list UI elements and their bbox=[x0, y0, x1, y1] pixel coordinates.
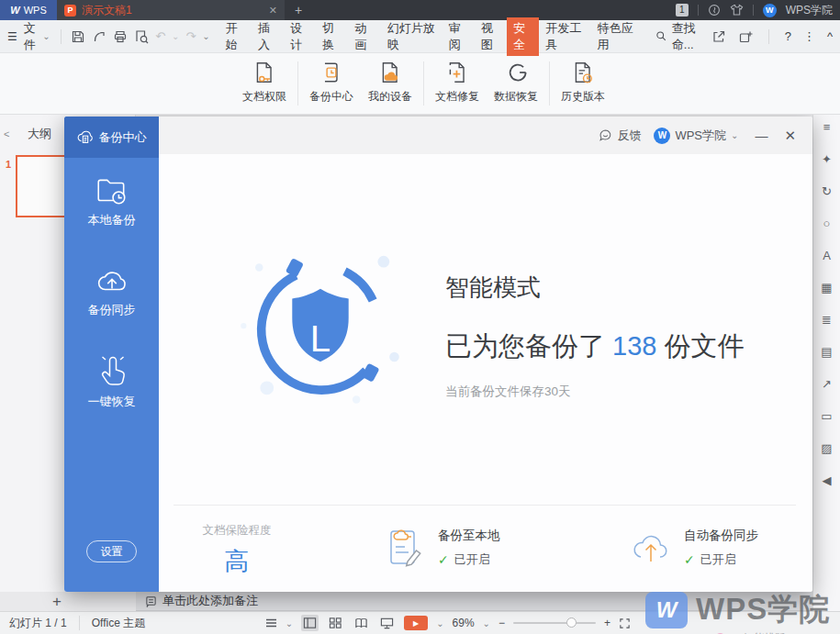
dialog-close-button[interactable]: ✕ bbox=[784, 128, 796, 144]
file-menu[interactable]: 文件 bbox=[24, 20, 36, 53]
tab-home[interactable]: 开始 bbox=[219, 17, 252, 56]
my-devices-button[interactable]: 我的设备 bbox=[361, 53, 420, 105]
layout-icon[interactable]: ▦ bbox=[821, 282, 832, 295]
doc-cloud-icon bbox=[378, 61, 402, 84]
tab-view[interactable]: 视图 bbox=[475, 17, 507, 56]
stat-label: 文档保险程度 bbox=[177, 523, 297, 539]
textbox-icon[interactable]: ▭ bbox=[821, 410, 832, 423]
tab-security[interactable]: 安全 bbox=[507, 17, 539, 56]
export-pdf-icon[interactable] bbox=[92, 29, 106, 44]
tab-devtools[interactable]: 开发工具 bbox=[539, 17, 590, 56]
account-name[interactable]: WPS学院 bbox=[786, 3, 833, 18]
stat-local-backup: 备份至本地 ✓已开启 bbox=[384, 519, 500, 576]
check-icon: ✓ bbox=[684, 552, 695, 567]
image-icon[interactable]: ▨ bbox=[821, 442, 832, 455]
add-slide-button[interactable]: + bbox=[46, 593, 68, 611]
toolbar-more-chevron-icon[interactable]: ⌄ bbox=[202, 31, 209, 41]
wps-home-tab[interactable]: W WPS bbox=[0, 0, 57, 20]
shapes-icon[interactable]: ○ bbox=[823, 217, 831, 230]
zoom-level[interactable]: 69% bbox=[453, 617, 475, 629]
stat-status-text: 已开启 bbox=[454, 551, 490, 568]
tab-close-icon[interactable]: ✕ bbox=[269, 5, 277, 17]
zoom-slider[interactable] bbox=[513, 622, 596, 624]
tab-review[interactable]: 审阅 bbox=[442, 17, 475, 56]
audio-icon[interactable]: ◀ bbox=[823, 474, 832, 487]
backup-center-button[interactable]: 备份中心 bbox=[302, 53, 361, 105]
sidebar-item-backup-sync[interactable]: 备份同步 bbox=[64, 263, 159, 318]
settings-button[interactable]: 设置 bbox=[86, 540, 137, 562]
sidebar-item-label: 一键恢复 bbox=[64, 394, 159, 410]
play-options-chevron-icon[interactable]: ⌄ bbox=[436, 618, 443, 628]
backup-summary: 已为您备份了 138 份文件 bbox=[445, 328, 745, 365]
tab-insert[interactable]: 插入 bbox=[252, 17, 284, 56]
outline-tab[interactable]: 大纲 bbox=[28, 126, 51, 142]
sidebar-item-one-click-restore[interactable]: 一键恢复 bbox=[64, 351, 159, 410]
theme-name-button[interactable]: Office 主题 bbox=[92, 616, 145, 631]
share-icon[interactable] bbox=[711, 29, 726, 44]
sidebar-item-label: 本地备份 bbox=[64, 212, 159, 228]
sidebar-item-local-backup[interactable]: 本地备份 bbox=[64, 173, 159, 228]
wps-academy-watermark: W WPS学院 AI-智能排版 bbox=[645, 589, 830, 634]
account-avatar[interactable]: W bbox=[763, 4, 777, 17]
presenter-view-button[interactable] bbox=[378, 615, 396, 631]
reading-view-button[interactable] bbox=[353, 615, 370, 631]
print-icon[interactable] bbox=[113, 29, 128, 44]
panel-collapse-icon[interactable]: < bbox=[4, 128, 9, 139]
titlebar-right: 1 W WPS学院 bbox=[676, 0, 840, 20]
skin-theme-icon[interactable] bbox=[730, 4, 744, 17]
chart-icon[interactable]: ▤ bbox=[821, 346, 832, 359]
fit-screen-icon[interactable] bbox=[619, 617, 631, 629]
undo-icon[interactable]: ↶ bbox=[155, 29, 165, 43]
ribbon-button-label: 我的设备 bbox=[368, 89, 412, 105]
sidebar-item-label: 备份同步 bbox=[64, 302, 159, 318]
feedback-button[interactable]: 反馈 bbox=[599, 128, 641, 144]
help-button[interactable]: ? bbox=[785, 29, 791, 43]
dialog-account[interactable]: W WPS学院 ⌄ bbox=[654, 128, 738, 144]
zoom-slider-knob[interactable] bbox=[566, 617, 577, 628]
tab-design[interactable]: 设计 bbox=[284, 17, 316, 56]
save-icon[interactable] bbox=[71, 29, 85, 44]
restore-arrow-icon bbox=[504, 61, 528, 84]
tab-animation[interactable]: 动画 bbox=[349, 17, 381, 56]
notes-toggle-icon[interactable] bbox=[265, 618, 277, 628]
collapse-ribbon-icon[interactable]: ^ bbox=[827, 29, 833, 43]
slideshow-play-button[interactable]: ▶ bbox=[404, 616, 428, 630]
zoom-in-button[interactable]: + bbox=[604, 617, 610, 629]
zoom-chevron-icon[interactable]: ⌄ bbox=[483, 618, 490, 628]
share-panel-icon[interactable]: ↗ bbox=[822, 378, 832, 391]
command-search[interactable]: 查找命... bbox=[655, 20, 711, 53]
effects-icon[interactable]: ✦ bbox=[822, 153, 832, 166]
redo-icon[interactable]: ↷ bbox=[185, 29, 196, 43]
account-chevron-icon[interactable]: ⌄ bbox=[731, 130, 738, 140]
new-window-icon[interactable] bbox=[738, 29, 753, 44]
wordart-icon[interactable]: A bbox=[823, 250, 831, 262]
doc-permission-button[interactable]: 文档权限 bbox=[235, 53, 294, 105]
cloud-upload-icon bbox=[95, 263, 129, 298]
file-menu-chevron-icon[interactable]: ⌄ bbox=[42, 31, 50, 41]
undo-chevron-icon[interactable]: ⌄ bbox=[172, 31, 179, 41]
history-version-button[interactable]: 历史版本 bbox=[554, 53, 612, 105]
doc-repair-button[interactable]: 文档修复 bbox=[428, 53, 487, 105]
zoom-out-button[interactable]: − bbox=[498, 617, 505, 629]
normal-view-button[interactable] bbox=[301, 615, 319, 631]
animation-icon[interactable]: ↻ bbox=[822, 185, 832, 198]
print-preview-icon[interactable] bbox=[134, 29, 149, 44]
dialog-minimize-button[interactable]: — bbox=[755, 128, 767, 143]
ribbon-button-label: 历史版本 bbox=[561, 89, 605, 105]
properties-icon[interactable]: ≣ bbox=[822, 314, 832, 327]
tab-slideshow[interactable]: 幻灯片放映 bbox=[381, 17, 442, 56]
tab-special-features[interactable]: 特色应用 bbox=[591, 17, 643, 56]
divider bbox=[61, 29, 62, 44]
backup-count: 138 bbox=[612, 331, 656, 361]
ribbon-button-label: 数据恢复 bbox=[494, 89, 538, 105]
titlebar-divider bbox=[698, 5, 699, 16]
data-recovery-button[interactable]: 数据恢复 bbox=[487, 53, 545, 105]
notes-toggle-chevron-icon[interactable]: ⌄ bbox=[286, 618, 293, 628]
stamp-icon[interactable] bbox=[708, 4, 721, 17]
hamburger-menu-icon[interactable]: ☰ bbox=[7, 30, 17, 43]
tab-transition[interactable]: 切换 bbox=[316, 17, 348, 56]
divider bbox=[768, 29, 769, 44]
panel-menu-icon[interactable]: ≡ bbox=[823, 121, 831, 134]
more-menu-icon[interactable]: ⋮ bbox=[803, 29, 815, 43]
slide-sorter-view-button[interactable] bbox=[327, 615, 344, 631]
